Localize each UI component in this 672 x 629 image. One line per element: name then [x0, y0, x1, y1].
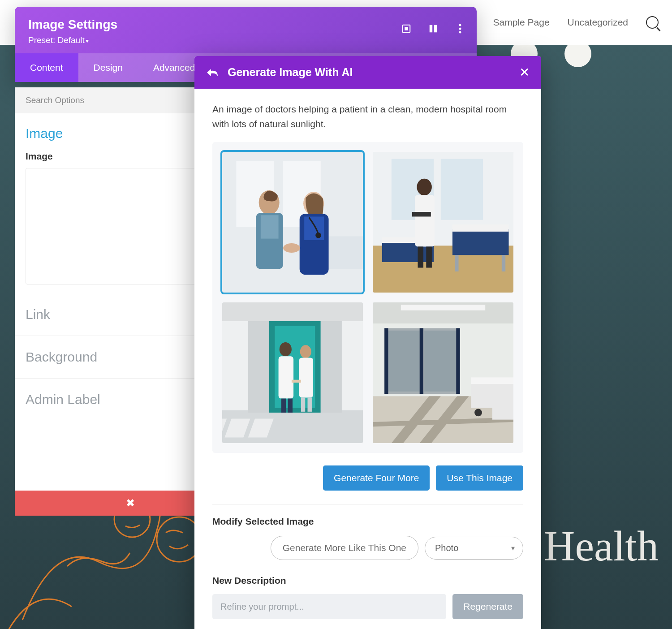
svg-point-43 [280, 342, 292, 356]
svg-point-45 [300, 345, 311, 358]
svg-rect-47 [292, 380, 301, 383]
generated-image-2[interactable] [373, 152, 513, 293]
ai-modal-header: Generate Image With AI ✕ [194, 56, 541, 89]
modify-controls: Generate More Like This One Photo [212, 536, 523, 560]
regenerate-button[interactable]: Regenerate [452, 594, 523, 619]
modify-selected-heading: Modify Selected Image [212, 516, 523, 527]
panel-layout-icon[interactable] [427, 23, 439, 34]
generated-image-4[interactable] [373, 302, 513, 443]
search-icon[interactable] [646, 16, 659, 29]
new-description-label: New Description [212, 575, 523, 586]
generated-images-grid [212, 142, 523, 453]
svg-rect-49 [288, 399, 293, 413]
use-this-image-button[interactable]: Use This Image [436, 465, 523, 491]
svg-rect-61 [384, 328, 388, 394]
svg-rect-4 [430, 25, 432, 33]
svg-rect-27 [455, 255, 458, 271]
fullscreen-icon[interactable] [401, 23, 412, 34]
new-description-row: Regenerate [212, 594, 523, 619]
svg-rect-35 [426, 247, 432, 268]
svg-rect-33 [412, 212, 431, 216]
close-icon[interactable]: ✕ [519, 66, 530, 79]
tab-content[interactable]: Content [15, 53, 78, 82]
svg-rect-62 [420, 328, 423, 394]
svg-rect-25 [452, 229, 509, 255]
tab-design[interactable]: Design [78, 53, 138, 82]
svg-point-6 [459, 24, 461, 26]
generated-image-1[interactable] [222, 152, 363, 293]
svg-rect-59 [387, 331, 419, 392]
svg-point-7 [459, 28, 461, 30]
svg-rect-50 [301, 398, 305, 412]
settings-title: Image Settings [28, 17, 463, 32]
preset-selector[interactable]: Preset: Default▾ [28, 35, 463, 45]
back-icon[interactable] [206, 67, 219, 78]
ai-prompt-text: An image of doctors helping a patient in… [212, 102, 523, 131]
svg-point-70 [474, 409, 482, 417]
nav-item[interactable]: Uncategorized [568, 17, 628, 28]
svg-rect-46 [299, 358, 313, 398]
svg-rect-18 [304, 217, 324, 240]
svg-rect-28 [502, 255, 505, 271]
svg-rect-15 [261, 215, 279, 238]
svg-rect-44 [279, 356, 293, 398]
svg-rect-3 [405, 27, 408, 30]
svg-point-31 [417, 179, 431, 196]
style-select[interactable]: Photo [425, 537, 523, 560]
svg-rect-48 [281, 399, 286, 413]
ai-modal-body: An image of doctors helping a patient in… [194, 89, 541, 629]
divider [212, 504, 523, 504]
nav-item[interactable]: Sample Page [493, 17, 549, 28]
svg-point-19 [315, 233, 321, 238]
svg-rect-26 [452, 224, 509, 232]
ai-modal-title: Generate Image With AI [228, 66, 353, 79]
svg-rect-42 [321, 321, 342, 413]
svg-rect-60 [424, 331, 457, 392]
svg-rect-34 [418, 247, 423, 268]
svg-rect-23 [441, 159, 483, 220]
hero-title: i Health [521, 521, 659, 571]
svg-rect-51 [307, 398, 311, 412]
svg-rect-63 [456, 328, 460, 394]
refine-prompt-input[interactable] [212, 594, 446, 619]
generate-image-ai-modal: Generate Image With AI ✕ An image of doc… [194, 56, 541, 629]
close-icon: ✖ [126, 497, 135, 509]
generated-image-3[interactable] [222, 302, 363, 443]
primary-actions: Generate Four More Use This Image [212, 465, 523, 491]
svg-rect-32 [415, 195, 435, 246]
svg-rect-57 [401, 305, 485, 310]
svg-rect-72 [492, 399, 513, 420]
svg-point-8 [459, 31, 461, 34]
svg-rect-41 [248, 321, 269, 413]
generate-four-more-button[interactable]: Generate Four More [323, 465, 430, 491]
generate-more-like-this-button[interactable]: Generate More Like This One [271, 536, 418, 560]
more-menu-icon[interactable] [454, 23, 466, 34]
svg-rect-69 [471, 378, 513, 384]
svg-rect-5 [434, 25, 437, 33]
svg-rect-37 [222, 302, 363, 321]
svg-point-20 [283, 243, 300, 253]
settings-header: Image Settings Preset: Default▾ [15, 7, 477, 53]
